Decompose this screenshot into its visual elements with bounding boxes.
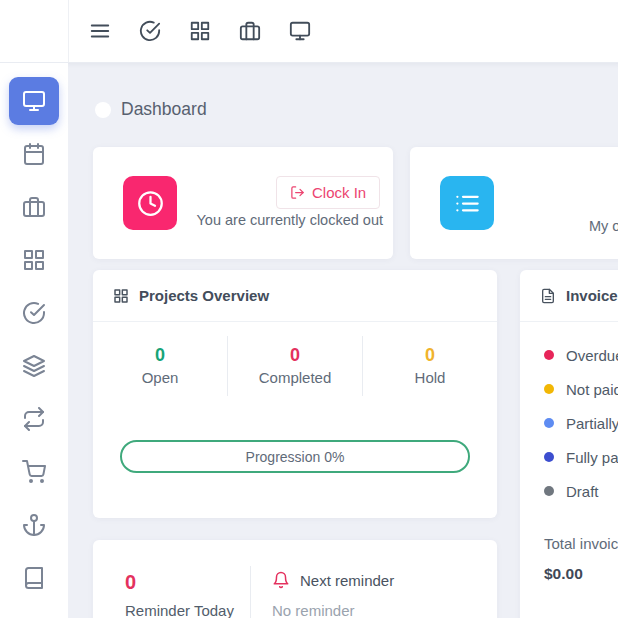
briefcase-icon [22, 195, 46, 219]
sidebar-item-calendar[interactable] [0, 127, 68, 180]
file-text-icon [540, 288, 556, 304]
check-circle-icon [22, 301, 46, 325]
shopping-cart-icon [22, 460, 46, 484]
menu-icon[interactable] [89, 20, 111, 42]
next-reminder-row: Next reminder [272, 571, 394, 589]
not-paid-label: Not paid [566, 381, 618, 398]
clock-icon [137, 190, 164, 217]
check-circle-icon[interactable] [139, 20, 161, 42]
projects-stats-row: 0 Open 0 Completed 0 Hold [93, 336, 497, 396]
my-tasks-label: My o [589, 218, 618, 234]
sidebar-item-tasks[interactable] [0, 286, 68, 339]
reminder-divider [250, 566, 251, 618]
anchor-icon [22, 513, 46, 537]
stat-completed: 0 Completed [227, 336, 362, 396]
calendar-icon [22, 142, 46, 166]
clock-in-card: Clock In You are currently clocked out [93, 147, 393, 259]
draft-label: Draft [566, 483, 599, 500]
topbar [0, 0, 618, 63]
sidebar-item-grid[interactable] [0, 233, 68, 286]
next-reminder-value: No reminder [272, 602, 355, 618]
partially-paid-dot [544, 418, 554, 428]
repeat-icon [22, 407, 46, 431]
list-icon [454, 190, 481, 217]
sidebar-item-repeat[interactable] [0, 392, 68, 445]
sidebar-item-book[interactable] [0, 551, 68, 604]
invoice-total-label: Total invoices [544, 535, 618, 552]
reminder-count: 0 [125, 571, 136, 594]
stat-open-label: Open [93, 369, 227, 386]
logo-area [0, 0, 69, 62]
log-out-icon [290, 185, 305, 200]
invoice-total-value: $0.00 [544, 565, 618, 583]
invoice-legend: Overdue Not paid Partially paid Fully pa… [520, 322, 618, 508]
grid-icon [113, 288, 129, 304]
legend-item-fully-paid: Fully paid [544, 440, 618, 474]
invoice-card-title: Invoice Overview [566, 287, 618, 304]
stat-hold-label: Hold [363, 369, 497, 386]
layers-icon [22, 354, 46, 378]
fully-paid-dot [544, 452, 554, 462]
overdue-dot [544, 350, 554, 360]
sidebar [0, 62, 68, 618]
overdue-label: Overdue [566, 347, 618, 364]
stat-hold: 0 Hold [362, 336, 497, 396]
invoice-card-header: Invoice Overview [520, 270, 618, 322]
projects-card-title: Projects Overview [139, 287, 269, 304]
draft-dot [544, 486, 554, 496]
reminder-card: 0 Reminder Today Next reminder No remind… [93, 540, 497, 618]
grid-icon [22, 248, 46, 272]
page-title: Dashboard [121, 99, 207, 120]
not-paid-dot [544, 384, 554, 394]
sidebar-item-anchor[interactable] [0, 498, 68, 551]
sidebar-item-briefcase[interactable] [0, 180, 68, 233]
projects-overview-card: Projects Overview 0 Open 0 Completed 0 H… [93, 270, 497, 518]
bell-icon [272, 571, 290, 589]
grid-icon[interactable] [189, 20, 211, 42]
topbar-icons [69, 20, 311, 42]
active-item-highlight [9, 77, 59, 125]
stat-open-value: 0 [93, 344, 227, 366]
clock-in-button[interactable]: Clock In [276, 176, 380, 209]
stat-completed-value: 0 [228, 344, 362, 366]
monitor-icon[interactable] [289, 20, 311, 42]
briefcase-icon[interactable] [239, 20, 261, 42]
legend-item-overdue: Overdue [544, 338, 618, 372]
stat-completed-label: Completed [228, 369, 362, 386]
book-icon [22, 566, 46, 590]
partially-paid-label: Partially paid [566, 415, 618, 432]
my-tasks-card: My o [410, 147, 618, 259]
list-icon-box [440, 176, 494, 230]
clock-status-text: You are currently clocked out [186, 212, 383, 228]
stat-hold-value: 0 [363, 344, 497, 366]
invoice-overview-card: Invoice Overview Overdue Not paid Partia… [520, 270, 618, 618]
sidebar-item-layers[interactable] [0, 339, 68, 392]
sidebar-item-cart[interactable] [0, 445, 68, 498]
legend-item-partially-paid: Partially paid [544, 406, 618, 440]
progression-pill[interactable]: Progression 0% [120, 440, 470, 473]
clock-in-button-label: Clock In [312, 184, 366, 201]
legend-item-not-paid: Not paid [544, 372, 618, 406]
monitor-icon [22, 89, 46, 113]
sidebar-item-dashboard[interactable] [0, 74, 68, 127]
next-reminder-label: Next reminder [300, 572, 394, 589]
fully-paid-label: Fully paid [566, 449, 618, 466]
page-title-dot [95, 102, 111, 118]
legend-item-draft: Draft [544, 474, 618, 508]
clock-icon-box [123, 176, 177, 230]
projects-card-header: Projects Overview [93, 270, 497, 322]
progression-label: Progression 0% [246, 449, 345, 465]
reminder-count-label: Reminder Today [125, 602, 234, 618]
stat-open: 0 Open [93, 336, 227, 396]
